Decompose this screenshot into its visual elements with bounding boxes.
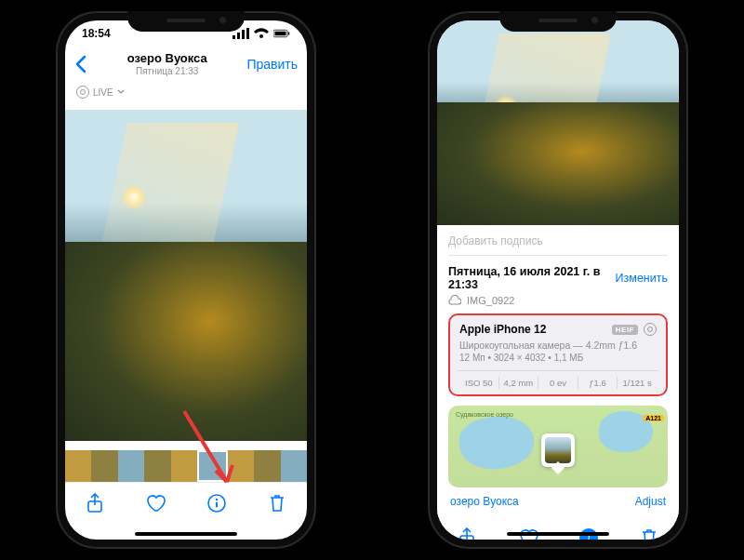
svg-rect-1 (237, 33, 240, 39)
chevron-down-icon (117, 88, 125, 96)
exif-ev: 0 ev (538, 377, 578, 389)
favorite-button[interactable] (145, 494, 166, 513)
left-phone-frame: 18:54 озеро Вуокса Пятница 21:33 Править (56, 11, 316, 549)
battery-icon (273, 25, 290, 42)
exif-focal: 4,2 mm (499, 377, 539, 389)
bottom-toolbar (65, 482, 307, 524)
nav-bar: озеро Вуокса Пятница 21:33 Править (65, 47, 307, 82)
map-road-badge: А121 (643, 415, 664, 421)
svg-rect-5 (275, 32, 286, 36)
info-button[interactable] (206, 493, 227, 513)
exif-aperture: ƒ1.6 (578, 377, 618, 389)
place-name[interactable]: озеро Вуокса (450, 495, 519, 508)
info-sheet: Добавить подпись Пятница, 16 июля 2021 г… (437, 225, 679, 517)
nav-title-group: озеро Вуокса Пятница 21:33 (127, 52, 207, 76)
home-indicator[interactable] (507, 532, 609, 536)
file-name: IMG_0922 (467, 295, 514, 306)
edit-button[interactable]: Править (246, 57, 298, 72)
svg-rect-0 (232, 35, 235, 39)
map-pin[interactable] (541, 433, 575, 467)
svg-rect-10 (216, 502, 218, 508)
right-screen: Добавить подпись Пятница, 16 июля 2021 г… (437, 20, 679, 540)
wifi-icon (253, 25, 270, 42)
heif-badge: HEIF (612, 325, 638, 335)
svg-rect-6 (288, 33, 290, 35)
svg-rect-3 (246, 28, 249, 39)
status-time: 18:54 (82, 27, 111, 40)
notch (127, 11, 245, 32)
caption-input[interactable]: Добавить подпись (448, 225, 668, 256)
map-lake-label: Судаковское озеро (456, 411, 513, 418)
photo-viewer[interactable] (65, 110, 307, 441)
share-button[interactable] (86, 493, 104, 513)
live-badge[interactable]: LIVE (76, 86, 125, 99)
photo-preview[interactable] (437, 20, 679, 225)
svg-rect-2 (242, 30, 245, 39)
live-photo-icon (644, 323, 657, 336)
exif-row: ISO 50 4,2 mm 0 ev ƒ1.6 1/121 s (459, 377, 657, 389)
lens-info: Широкоугольная камера — 4.2mm ƒ1.6 (459, 340, 657, 351)
live-icon (76, 86, 89, 99)
exif-shutter: 1/121 s (618, 377, 657, 389)
status-icons (232, 25, 290, 42)
file-row: IMG_0922 (448, 293, 668, 313)
back-button[interactable] (74, 55, 87, 73)
home-indicator[interactable] (135, 532, 237, 536)
location-map[interactable]: Судаковское озеро А121 (448, 406, 668, 487)
right-phone-frame: Добавить подпись Пятница, 16 июля 2021 г… (428, 11, 688, 549)
left-screen: 18:54 озеро Вуокса Пятница 21:33 Править (65, 20, 307, 540)
camera-info-card: Apple iPhone 12 HEIF Широкоугольная каме… (448, 313, 668, 396)
nav-subtitle: Пятница 21:33 (127, 66, 207, 77)
cloud-icon (448, 295, 461, 306)
filmstrip[interactable] (65, 450, 307, 482)
adjust-button[interactable]: Adjust (635, 495, 666, 508)
share-button[interactable] (458, 527, 476, 540)
svg-point-9 (216, 499, 218, 500)
nav-title: озеро Вуокса (127, 52, 207, 66)
photo-date: Пятница, 16 июля 2021 г. в 21:33 (448, 265, 616, 291)
exif-iso: ISO 50 (459, 377, 499, 389)
delete-button[interactable] (268, 493, 286, 513)
photo-specs: 12 Мп • 3024 × 4032 • 1,1 МБ (459, 353, 657, 363)
live-label: LIVE (93, 87, 113, 98)
delete-button[interactable] (640, 527, 658, 540)
bottom-toolbar: i (437, 517, 679, 540)
device-name: Apple iPhone 12 (459, 323, 546, 336)
edit-date-button[interactable]: Изменить (616, 272, 668, 285)
notch (499, 11, 617, 32)
